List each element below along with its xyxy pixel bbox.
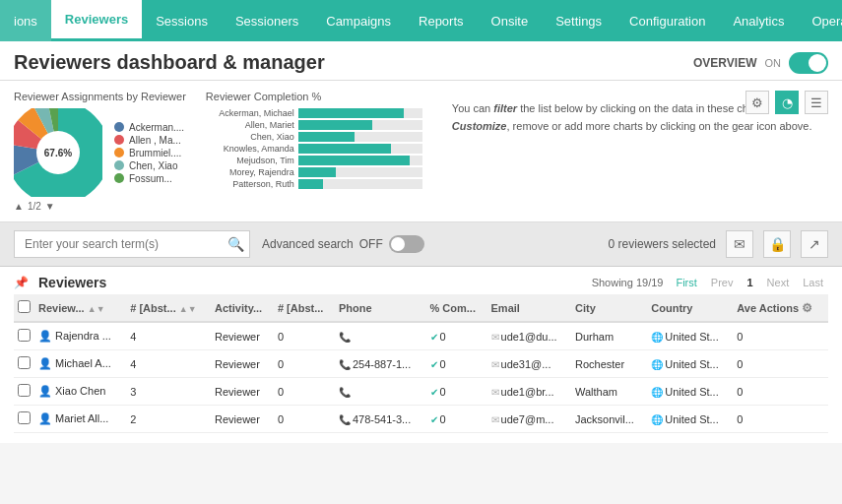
legend-item-3[interactable]: Chen, Xiao [114,160,184,171]
page-header: Reviewers dashboard & manager OVERVIEW O… [0,41,842,81]
list-view-button[interactable]: ☰ [805,91,828,114]
select-all-checkbox[interactable] [18,300,31,313]
row-0-phone: 📞 [335,322,426,350]
current-page: 1 [742,276,757,289]
table-row: 👤Xiao Chen 3 Reviewer 0 📞 ✔0 ✉ude1@br...… [14,378,828,406]
pie-pagination: ▲ 1/2 ▼ [14,201,186,212]
nav-item-analytics[interactable]: Analytics [719,0,798,41]
reviewers-table: Review... ▲▼ # [Abst... ▲▼ Activity... #… [14,294,828,433]
pie-chart-svg[interactable]: 67.6% [14,108,102,197]
pie-view-button[interactable]: ◔ [775,91,799,114]
lock-action-button[interactable]: 🔒 [763,230,791,258]
search-bar: 🔍 Advanced search OFF 0 reviewers select… [0,222,842,267]
row-1-ave: 0 [733,350,828,378]
bar-row-0[interactable]: Ackerman, Michael [206,108,422,118]
search-input-wrap: 🔍 [14,230,250,258]
row-3-abs2: 0 [274,406,335,433]
row-0-checkbox-cell[interactable] [14,322,34,350]
col-reviewer[interactable]: Review... ▲▼ [34,294,126,322]
legend-item-0[interactable]: Ackerman.... [114,122,184,133]
up-arrow-icon[interactable]: ▲ [14,201,24,212]
main-nav: ions Reviewers Sessions Sessioners Campa… [0,0,842,41]
nav-item-sessioners[interactable]: Sessioners [222,0,312,41]
select-all-header[interactable] [14,294,34,322]
row-3-abs: 2 [126,406,211,433]
bar-row-4[interactable]: Mejudson, Tim [206,156,422,165]
row-0-ave: 0 [733,322,828,350]
down-arrow-icon[interactable]: ▼ [45,201,55,212]
first-page-button[interactable]: First [671,276,701,289]
row-2-checkbox[interactable] [18,384,31,397]
last-page-button[interactable]: Last [798,276,828,289]
col-email: Email [487,294,571,322]
nav-item-settings[interactable]: Settings [542,0,615,41]
overview-toggle-switch[interactable] [789,52,828,74]
svg-text:67.6%: 67.6% [44,148,72,158]
row-3-city: Jacksonvil... [571,406,647,433]
table-row: 👤Mariet All... 2 Reviewer 0 📞478-541-3..… [14,406,828,433]
row-1-checkbox-cell[interactable] [14,350,34,378]
bar-row-1[interactable]: Allen, Mariet [206,120,422,130]
bar-row-6[interactable]: Patterson, Ruth [206,179,422,189]
legend-item-4[interactable]: Fossum... [114,173,184,184]
row-0-abs2: 0 [274,322,335,350]
row-0-city: Durham [571,322,647,350]
nav-item-reports[interactable]: Reports [405,0,478,41]
next-page-button[interactable]: Next [762,276,795,289]
row-0-abs: 4 [126,322,211,350]
pie-container: 67.6% Ackerman.... Allen , Ma... Brummie… [14,108,186,197]
row-0-checkbox[interactable] [18,329,31,342]
row-2-activity: Reviewer [211,378,274,406]
nav-item-operation[interactable]: Operation [798,0,842,41]
selected-count: 0 reviewers selected [609,237,716,251]
row-1-city: Rochester [571,350,647,378]
nav-item-ions[interactable]: ions [0,0,51,41]
bar-chart-title: Reviewer Completion % [206,91,422,102]
row-1-email: ✉ude31@... [487,350,571,378]
gear-button[interactable]: ⚙ [745,91,769,114]
bar-row-2[interactable]: Chen, Xiao [206,132,422,142]
nav-item-configuration[interactable]: Configuration [615,0,719,41]
selected-info: 0 reviewers selected ✉ 🔒 ↗ [609,230,828,258]
col-city: City [571,294,647,322]
row-3-checkbox[interactable] [18,411,31,424]
row-1-country: 🌐United St... [647,350,733,378]
row-1-pct: ✔0 [426,350,487,378]
search-input[interactable] [14,230,250,258]
bar-row-3[interactable]: Knowles, Amanda [206,144,422,154]
legend-item-1[interactable]: Allen , Ma... [114,135,184,146]
col-ave[interactable]: Ave Actions ⚙ [733,294,828,322]
bar-row-5[interactable]: Morey, Rajendra [206,167,422,177]
row-2-email: ✉ude1@br... [487,378,571,406]
prev-page-button[interactable]: Prev [706,276,739,289]
charts-controls: ⚙ ◔ ☰ [745,91,828,114]
row-2-ave: 0 [733,378,828,406]
row-2-checkbox-cell[interactable] [14,378,34,406]
col-pct: % Com... [426,294,487,322]
overview-label: OVERVIEW [693,56,756,70]
nav-item-reviewers[interactable]: Reviewers [51,0,142,41]
table-meta: Showing 19/19 First Prev 1 Next Last [592,276,828,289]
row-2-name: 👤Xiao Chen [34,378,126,406]
col-abs1[interactable]: # [Abst... ▲▼ [126,294,211,322]
row-1-phone: 📞254-887-1... [335,350,426,378]
pie-chart-block: Reviewer Assignments by Reviewer [14,91,186,212]
export-action-button[interactable]: ↗ [801,230,828,258]
pin-icon: 📌 [14,276,29,289]
table-section: 📌 Reviewers Showing 19/19 First Prev 1 N… [0,267,842,443]
legend-item-2[interactable]: Brummiel.... [114,148,184,158]
row-1-checkbox[interactable] [18,356,31,369]
advanced-search-toggle[interactable] [389,235,424,253]
charts-section: ⚙ ◔ ☰ Reviewer Assignments by Reviewer [0,81,842,222]
table-header: Review... ▲▼ # [Abst... ▲▼ Activity... #… [14,294,828,322]
nav-item-sessions[interactable]: Sessions [142,0,222,41]
email-action-button[interactable]: ✉ [726,230,753,258]
nav-item-onsite[interactable]: Onsite [478,0,543,41]
overview-on-label: ON [765,57,782,69]
row-2-phone: 📞 [335,378,426,406]
search-button[interactable]: 🔍 [227,236,244,252]
bar-chart-block: Reviewer Completion % Ackerman, Michael … [206,91,422,212]
row-3-checkbox-cell[interactable] [14,406,34,433]
nav-item-campaigns[interactable]: Campaigns [312,0,405,41]
row-0-pct: ✔0 [426,322,487,350]
